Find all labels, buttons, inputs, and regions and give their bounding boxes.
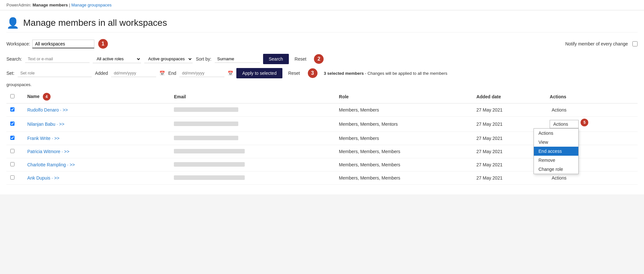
search-input[interactable] (25, 55, 90, 63)
member-actions-cell: ActionsActionsViewEnd accessRemoveChange… (546, 117, 638, 132)
table-row: Rudolfo Denaro · >>Members, Members27 Ma… (6, 103, 638, 117)
member-role: Members, Members (335, 103, 473, 117)
select-all-checkbox[interactable] (10, 94, 14, 98)
member-name-link[interactable]: Frank Write · >> (27, 136, 60, 141)
col-header-email: Email (170, 90, 335, 103)
manage-members-icon: 👤 (6, 17, 19, 29)
sort-by-label: Sort by: (196, 56, 211, 62)
actions-dropdown-menu: ActionsViewEnd accessRemoveChange role (534, 128, 579, 174)
end-label: End (168, 71, 176, 76)
member-name-link[interactable]: Nilanjan Babu · >> (27, 122, 64, 127)
col-header-name: Name 4 (24, 90, 170, 103)
nav-separator: | (69, 3, 70, 7)
member-email (174, 162, 245, 167)
set-label: Set: (6, 71, 14, 76)
member-name-link[interactable]: Ank Dupuis · >> (27, 175, 60, 181)
row-checkbox[interactable] (10, 136, 14, 140)
workspace-label: Workspace: (6, 41, 30, 46)
badge-1: 1 (98, 39, 108, 49)
row-checkbox[interactable] (10, 149, 14, 153)
search-button[interactable]: Search (263, 54, 289, 64)
nav-current: Manage members (33, 3, 68, 7)
sort-input[interactable] (215, 55, 260, 63)
actions-dropdown[interactable]: ActionsActionsViewEnd accessRemoveChange… (550, 120, 579, 128)
row-checkbox[interactable] (10, 107, 14, 112)
table-row: Nilanjan Babu · >>Members, Members, Ment… (6, 117, 638, 132)
member-role: Members, Members, Members (335, 145, 473, 158)
member-name-link[interactable]: Patricia Witmore · >> (27, 149, 70, 154)
member-role: Members, Members, Members (335, 158, 473, 171)
search-row: Search: All active roles Active groupspa… (6, 54, 638, 64)
member-actions-cell: Actions (546, 103, 638, 117)
nav-prefix: PowerAdmin: (6, 3, 31, 7)
actions-button[interactable]: Actions (550, 107, 568, 113)
nav-groupspaces-link[interactable]: Manage groupspaces (71, 3, 111, 7)
badge-5: 5 (581, 119, 588, 126)
members-table: Name 4 Email Role Added date Actions Rud… (6, 90, 638, 185)
search-label: Search: (6, 56, 22, 62)
col-header-actions: Actions (546, 90, 638, 103)
actions-button[interactable]: Actions (550, 175, 568, 181)
member-name-link[interactable]: Charlotte Rampling · >> (27, 162, 75, 167)
col-header-role: Role (335, 90, 473, 103)
notify-checkbox[interactable] (632, 41, 638, 46)
row-checkbox[interactable] (10, 175, 14, 180)
end-date-input[interactable] (179, 69, 224, 77)
dropdown-menu-item[interactable]: Change role (534, 165, 578, 174)
groupspaces-select[interactable]: Active groupspaces (144, 55, 193, 63)
member-added-date: 27 May 2021 (473, 103, 546, 117)
page-title: Manage members in all workspaces (23, 18, 167, 28)
notify-label: Notify member of every change (565, 41, 628, 46)
selected-info: 3 selected members - Changes will be app… (324, 71, 638, 76)
workspace-input[interactable] (32, 40, 94, 48)
badge-4: 4 (43, 93, 51, 101)
dropdown-menu-item[interactable]: End access (534, 147, 578, 156)
member-email (174, 107, 238, 112)
breadcrumb: PowerAdmin: Manage members | Manage grou… (0, 0, 644, 10)
apply-to-selected-button[interactable]: Apply to selected (236, 68, 282, 78)
member-email (174, 136, 238, 140)
row-checkbox[interactable] (10, 162, 14, 166)
badge-3: 3 (308, 68, 317, 78)
dropdown-menu-item[interactable]: Actions (534, 129, 578, 138)
set-reset-button[interactable]: Reset (286, 69, 303, 77)
dropdown-menu-item[interactable]: View (534, 138, 578, 147)
set-row: Set: Added 📅 End 📅 Apply to selected Res… (6, 68, 638, 78)
main-content: 👤 Manage members in all workspaces Works… (0, 10, 644, 194)
member-role: Members, Members, Members (335, 171, 473, 185)
row-checkbox[interactable] (10, 122, 14, 126)
member-email (174, 175, 245, 180)
col-header-date: Added date (473, 90, 546, 103)
workspace-row: Workspace: 1 Notify member of every chan… (6, 39, 638, 49)
members-table-section: Name 4 Email Role Added date Actions Rud… (6, 90, 638, 185)
set-role-input[interactable] (18, 69, 92, 77)
member-role: Members, Members, Mentors (335, 117, 473, 132)
search-reset-button[interactable]: Reset (292, 55, 309, 63)
member-email (174, 149, 245, 153)
member-name-link[interactable]: Rudolfo Denaro · >> (27, 107, 68, 113)
badge-2: 2 (314, 54, 324, 64)
member-email (174, 122, 238, 126)
member-role: Members, Members (335, 132, 473, 145)
groupspaces-note: groupspaces. (6, 82, 638, 87)
added-date-input[interactable] (111, 69, 156, 77)
actions-dropdown-trigger[interactable]: Actions (550, 120, 579, 128)
page-header: 👤 Manage members in all workspaces (6, 17, 638, 33)
dropdown-menu-item[interactable]: Remove (534, 156, 578, 165)
added-label: Added (95, 71, 108, 76)
roles-select[interactable]: All active roles (93, 55, 141, 63)
